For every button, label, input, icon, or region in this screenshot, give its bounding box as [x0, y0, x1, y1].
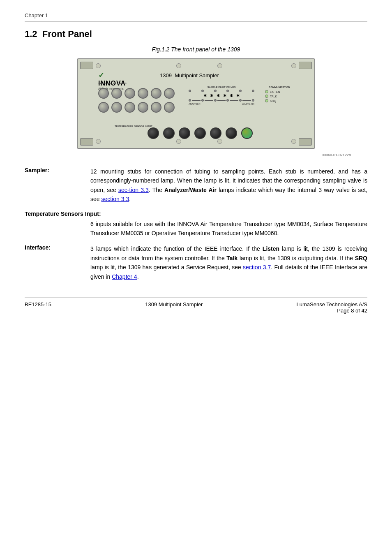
- screw-bc-l: [176, 139, 181, 144]
- temp-sensors-entry: Temperature Sensors Input: 6 inputs suit…: [25, 210, 367, 238]
- sensor-port-5: [210, 127, 221, 139]
- port-4: [138, 88, 148, 99]
- screw-bc-r: [217, 139, 222, 144]
- screw-tr: [291, 63, 296, 68]
- sensor-port-7: [241, 127, 253, 139]
- screw-tc-r: [217, 63, 222, 68]
- corner-bracket-br: [299, 138, 312, 146]
- link-section-3-3b[interactable]: section 3.3: [101, 196, 129, 202]
- screw-tc-l: [176, 63, 181, 68]
- port-8: [111, 102, 122, 113]
- connection-area: SAMPLE INLET VALVES ✱ ✱ ✱ ✱: [189, 86, 254, 111]
- port-12: [164, 102, 175, 113]
- sensor-port-1: [148, 127, 159, 139]
- port-3: [125, 88, 135, 99]
- sample-ports-label: SAMPLE INLET VALVES: [98, 82, 127, 85]
- sensor-port-6: [226, 127, 237, 139]
- footer-company: LumaSense Technologies A/S: [296, 301, 367, 308]
- temp-sensors-desc: 6 inputs suitable for use with the INNOV…: [90, 220, 367, 238]
- bold-talk: Talk: [226, 255, 238, 261]
- logo-check: ✓: [98, 71, 143, 80]
- bottom-sensor-ports: [148, 127, 253, 139]
- footer-left: BE1285-15: [25, 301, 51, 308]
- chapter-label: Chapter 1: [25, 12, 367, 18]
- model-label: 1309 Multipoint Sampler: [160, 72, 219, 79]
- link-chapter-4[interactable]: Chapter 4: [112, 273, 137, 280]
- interface-term-text: Interface:: [25, 244, 51, 251]
- sampler-term: Sampler:: [25, 167, 90, 204]
- screw-bl: [96, 139, 101, 144]
- port-6: [164, 88, 175, 99]
- port-9: [125, 102, 135, 113]
- sampler-term-text: Sampler:: [25, 167, 49, 173]
- interface-entry: Interface: 3 lamps which indicate the fu…: [25, 244, 367, 281]
- sampling-ports-top: [98, 88, 175, 99]
- footer: BE1285-15 1309 Multipoint Sampler LumaSe…: [25, 301, 367, 314]
- front-panel-wrapper: ✓ INNOVA AirTech Instruments 1309 Multip…: [25, 58, 367, 149]
- sensor-port-4: [194, 127, 206, 139]
- link-section-3-3a[interactable]: sec-tion 3.3: [118, 187, 149, 193]
- footer-right: LumaSense Technologies A/S Page 8 of 42: [296, 301, 367, 314]
- bottom-rule: [25, 298, 367, 298]
- footer-page: Page 8 of 42: [296, 308, 367, 314]
- screw-tl: [96, 63, 101, 68]
- logo-area: ✓ INNOVA AirTech Instruments: [98, 71, 143, 90]
- sensor-port-3: [179, 127, 190, 139]
- corner-bracket-tr: [299, 62, 312, 69]
- lamp-srq: SRQ: [265, 99, 294, 102]
- footer-center: 1309 Multipoint Sampler: [145, 301, 203, 308]
- front-panel-image: ✓ INNOVA AirTech Instruments 1309 Multip…: [77, 58, 315, 149]
- comm-area: COMMUNICATION LISTEN TALK SRQ: [265, 86, 294, 104]
- port-11: [151, 102, 161, 113]
- corner-bracket-tl: [80, 62, 93, 69]
- interface-desc: 3 lamps which indicate the function of t…: [90, 244, 367, 281]
- lamp-talk: TALK: [265, 95, 294, 98]
- lamp-listen: LISTEN: [265, 90, 294, 93]
- port-7: [98, 102, 109, 113]
- port-10: [138, 102, 148, 113]
- link-section-3-7[interactable]: section 3.7: [243, 264, 271, 271]
- corner-bracket-bl: [80, 138, 93, 146]
- sampling-ports-bottom: [98, 102, 175, 113]
- sensor-port-2: [163, 127, 175, 139]
- sampler-entry: Sampler: 12 mounting stubs for connectio…: [25, 167, 367, 204]
- bold-analyzer-waste: Analyzer/Waste Air: [164, 187, 217, 193]
- interface-term: Interface:: [25, 244, 90, 281]
- port-1: [98, 88, 109, 99]
- port-5: [151, 88, 161, 99]
- temp-sensors-label: TEMPERATURE SENSOR INPUT: [115, 125, 152, 127]
- screw-br: [291, 139, 296, 144]
- catalog-number: 00060-01-071228: [25, 153, 367, 157]
- comm-title: COMMUNICATION: [265, 86, 294, 88]
- port-2: [111, 88, 122, 99]
- bold-srq: SRQ: [355, 255, 367, 261]
- bold-listen: Listen: [263, 245, 279, 252]
- fig-caption: Fig.1.2 The front panel of the 1309: [25, 46, 367, 53]
- section-title: 1.2 Front Panel: [25, 29, 367, 39]
- temp-sensors-term: Temperature Sensors Input:: [25, 210, 367, 217]
- top-rule: [25, 21, 367, 21]
- sampler-desc: 12 mounting stubs for connection of tubi…: [90, 167, 367, 204]
